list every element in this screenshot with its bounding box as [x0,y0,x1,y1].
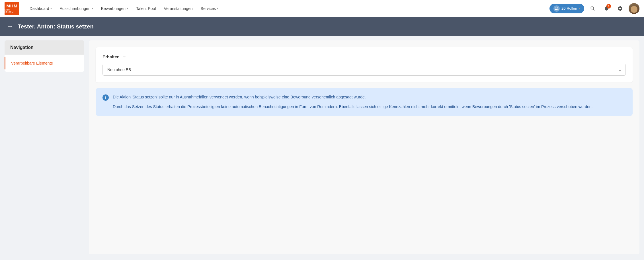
roles-chevron-icon: ▾ [579,7,580,10]
footer-actions: Abbrechen Durchführen [0,259,644,260]
roles-label: 20 Rollen [561,6,577,11]
sidebar-item-verarbeitbare-elemente[interactable]: Verarbeitbare Elemente [5,57,84,69]
nav-item-dashboard[interactable]: Dashboard▾ [26,5,55,13]
avatar-image [629,3,639,14]
page-title: Tester, Anton: Status setzen [18,23,94,30]
nav-chevron-icon: ▾ [127,7,128,10]
nav-item-label: Dashboard [30,6,49,11]
navbar: MHM MHM-HR.COM Dashboard▾Ausschreibungen… [0,0,644,17]
nav-links: Dashboard▾Ausschreibungen▾Bewerbungen▾Ta… [26,5,549,13]
info-icon: i [102,94,109,101]
logo-text: MHM [7,4,18,9]
settings-button[interactable] [615,3,625,14]
page-header: → Tester, Anton: Status setzen [0,17,644,36]
logo[interactable]: MHM MHM-HR.COM [5,2,19,15]
nav-item-label: Veranstaltungen [164,6,192,11]
avatar[interactable] [629,3,639,14]
info-paragraph-2: Durch das Setzen des Status erhalten die… [113,104,593,110]
page-header-icon: → [7,23,13,30]
nav-right: 20 Rollen ▾ 1 [549,3,639,14]
sidebar-item-label: Verarbeitbare Elemente [11,61,53,65]
info-box: i Die Aktion 'Status setzen' sollte nur … [96,88,633,116]
content-panel: Erhalten → Neu ohne EBNeu mit EBIn Bearb… [89,40,639,254]
sidebar-heading: Navigation [5,40,84,55]
roles-icon [553,5,560,12]
select-wrapper: Neu ohne EBNeu mit EBIn BearbeitungAbges… [102,64,626,76]
roles-button[interactable]: 20 Rollen ▾ [549,4,584,13]
sidebar: Navigation Verarbeitbare Elemente [5,40,84,254]
nav-chevron-icon: ▾ [50,7,52,10]
nav-item-services[interactable]: Services▾ [197,5,222,13]
search-button[interactable] [588,3,598,14]
erhalten-label: Erhalten → [102,54,626,59]
logo-sub: MHM-HR.COM [5,9,19,13]
main-content: Navigation Verarbeitbare Elemente Erhalt… [0,36,644,259]
erhalten-text: Erhalten [102,54,120,59]
notification-badge: 1 [606,4,611,9]
nav-item-bewerbungen[interactable]: Bewerbungen▾ [98,5,132,13]
nav-item-talent-pool[interactable]: Talent Pool [133,5,159,13]
nav-item-label: Services [201,6,216,11]
info-paragraph-1: Die Aktion 'Status setzen' sollte nur in… [113,94,593,100]
info-text: Die Aktion 'Status setzen' sollte nur in… [113,94,593,110]
nav-item-label: Bewerbungen [101,6,126,11]
status-select[interactable]: Neu ohne EBNeu mit EBIn BearbeitungAbges… [102,64,626,76]
nav-item-label: Ausschreibungen [60,6,91,11]
erhalten-arrow-icon: → [122,54,126,59]
notifications-button[interactable]: 1 [601,3,612,14]
sidebar-body: Verarbeitbare Elemente [5,55,84,72]
nav-chevron-icon: ▾ [92,7,93,10]
nav-chevron-icon: ▾ [217,7,218,10]
nav-item-label: Talent Pool [136,6,156,11]
nav-item-veranstaltungen[interactable]: Veranstaltungen [160,5,196,13]
select-box: Erhalten → Neu ohne EBNeu mit EBIn Bearb… [96,47,633,82]
nav-item-ausschreibungen[interactable]: Ausschreibungen▾ [56,5,97,13]
